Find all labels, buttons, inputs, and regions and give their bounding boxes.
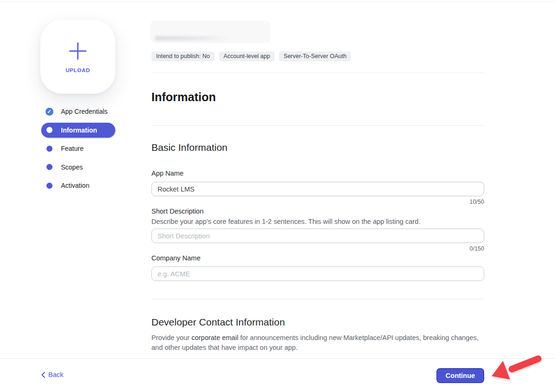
app-tag: Server-To-Server OAuth — [279, 52, 351, 61]
redaction-smudge — [155, 36, 230, 40]
upload-label: UPLOAD — [66, 67, 90, 73]
footer-bar: Back Continue — [0, 358, 555, 392]
app-marketplace-form-page: UPLOAD ✓ App Credentials ✓ Information — [0, 0, 555, 392]
plus-icon — [67, 40, 89, 62]
sidebar-step[interactable]: ✓ Scopes — [41, 160, 115, 175]
main-content: Intend to publish: No Account-level app … — [151, 0, 484, 392]
continue-button[interactable]: Continue — [436, 368, 484, 383]
sidebar-step[interactable]: ✓ App Credentials — [41, 104, 115, 119]
sidebar-step-label: Feature — [61, 145, 83, 152]
step-dot-icon — [46, 164, 52, 170]
developer-contact-heading: Developer Contact Information — [151, 317, 285, 328]
app-name-label: App Name — [151, 170, 184, 177]
basic-information-heading: Basic Information — [151, 142, 227, 153]
redacted-app-name — [150, 21, 270, 43]
company-name-label: Company Name — [151, 254, 201, 262]
description-text: Provide your — [151, 334, 191, 341]
short-description-input[interactable] — [151, 229, 484, 243]
divider — [151, 299, 484, 299]
app-tag: Account-level app — [219, 52, 275, 61]
chevron-left-icon — [41, 372, 45, 378]
page-title: Information — [151, 90, 216, 104]
active-step-dot-icon — [46, 127, 52, 133]
upload-logo-dropzone[interactable]: UPLOAD — [40, 20, 115, 94]
sidebar-step[interactable]: ✓ Feature — [41, 141, 115, 156]
step-navigation: ✓ App Credentials ✓ Information ✓ — [41, 104, 115, 197]
company-name-input[interactable] — [151, 266, 484, 281]
step-dot-icon — [46, 183, 52, 189]
sidebar-step[interactable]: ✓ Information — [41, 123, 115, 138]
description-emphasis: corporate email — [191, 334, 238, 341]
app-name-input[interactable] — [151, 182, 484, 196]
short-description-label: Short Description — [151, 207, 203, 215]
sidebar-step-label: Activation — [61, 182, 90, 189]
sidebar-step-label: Scopes — [61, 163, 83, 171]
app-attribute-tags: Intend to publish: No Account-level app … — [151, 52, 351, 61]
sidebar-step-label: App Credentials — [61, 108, 108, 115]
app-tag: Intend to publish: No — [151, 52, 215, 61]
step-dot-icon — [46, 146, 52, 152]
app-name-char-counter: 10/50 — [470, 199, 484, 205]
check-circle-icon: ✓ — [45, 108, 53, 116]
divider — [151, 125, 484, 126]
back-button[interactable]: Back — [41, 371, 63, 378]
sidebar-step[interactable]: ✓ Activation — [41, 178, 115, 193]
short-description-char-counter: 0/150 — [470, 245, 484, 252]
sidebar-step-label: Information — [61, 126, 97, 134]
developer-contact-description: Provide your corporate email for announc… — [151, 333, 484, 352]
divider — [151, 73, 484, 73]
back-label: Back — [48, 371, 63, 378]
short-description-helper: Describe your app's core features in 1-2… — [151, 218, 420, 225]
